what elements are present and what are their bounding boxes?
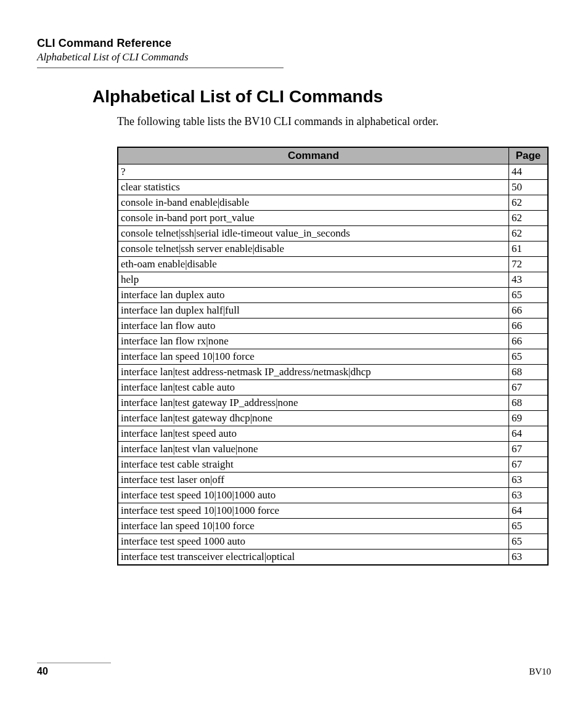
command-cell: interface test laser on|off bbox=[118, 473, 509, 488]
page-number: 40 bbox=[37, 666, 48, 677]
command-cell: interface test cable straight bbox=[118, 457, 509, 473]
page-cell: 66 bbox=[509, 303, 549, 318]
page-footer: 40 BV10 bbox=[37, 662, 551, 677]
command-cell: interface test speed 1000 auto bbox=[118, 534, 509, 550]
command-cell: interface lan duplex auto bbox=[118, 288, 509, 303]
page-cell: 63 bbox=[509, 473, 549, 488]
command-cell: console telnet|ssh server enable|disable bbox=[118, 241, 509, 257]
command-table-wrap: Command Page ?44clear statistics50consol… bbox=[37, 147, 551, 566]
page-cell: 72 bbox=[509, 257, 549, 272]
page-cell: 62 bbox=[509, 211, 549, 226]
table-row: interface lan speed 10|100 force65 bbox=[118, 519, 548, 534]
section-subtitle: Alphabetical List of CLI Commands bbox=[37, 51, 551, 63]
table-header-row: Command Page bbox=[118, 147, 548, 164]
page-cell: 61 bbox=[509, 241, 549, 257]
table-row: ?44 bbox=[118, 164, 548, 180]
command-cell: interface lan duplex half|full bbox=[118, 303, 509, 318]
table-row: interface lan duplex half|full66 bbox=[118, 303, 548, 318]
command-cell: interface lan speed 10|100 force bbox=[118, 519, 509, 534]
command-cell: interface lan flow rx|none bbox=[118, 334, 509, 349]
table-row: console telnet|ssh|serial idle-timeout v… bbox=[118, 226, 548, 241]
command-cell: eth-oam enable|disable bbox=[118, 257, 509, 272]
table-row: interface lan duplex auto65 bbox=[118, 288, 548, 303]
command-cell: interface lan|test address-netmask IP_ad… bbox=[118, 365, 509, 380]
table-row: console in-band port port_value62 bbox=[118, 211, 548, 226]
table-row: help43 bbox=[118, 272, 548, 288]
command-cell: ? bbox=[118, 164, 509, 180]
command-cell: interface lan|test speed auto bbox=[118, 426, 509, 442]
table-row: console in-band enable|disable62 bbox=[118, 195, 548, 211]
page-cell: 69 bbox=[509, 411, 549, 426]
page-cell: 67 bbox=[509, 380, 549, 396]
page-cell: 65 bbox=[509, 519, 549, 534]
table-row: interface test speed 10|100|1000 force64 bbox=[118, 503, 548, 519]
command-table: Command Page ?44clear statistics50consol… bbox=[117, 147, 549, 566]
command-cell: interface test transceiver electrical|op… bbox=[118, 550, 509, 566]
table-row: interface lan|test gateway IP_address|no… bbox=[118, 396, 548, 411]
table-row: interface lan|test speed auto64 bbox=[118, 426, 548, 442]
table-row: clear statistics50 bbox=[118, 180, 548, 195]
command-cell: clear statistics bbox=[118, 180, 509, 195]
page-cell: 63 bbox=[509, 488, 549, 503]
table-row: eth-oam enable|disable72 bbox=[118, 257, 548, 272]
command-cell: interface lan speed 10|100 force bbox=[118, 349, 509, 365]
page-cell: 66 bbox=[509, 318, 549, 334]
table-row: interface test speed 1000 auto65 bbox=[118, 534, 548, 550]
command-cell: interface lan|test gateway dhcp|none bbox=[118, 411, 509, 426]
page-cell: 68 bbox=[509, 396, 549, 411]
header-divider bbox=[37, 67, 284, 68]
table-row: interface lan flow rx|none66 bbox=[118, 334, 548, 349]
page-cell: 67 bbox=[509, 457, 549, 473]
chapter-title: CLI Command Reference bbox=[37, 37, 551, 50]
command-cell: interface lan|test vlan value|none bbox=[118, 442, 509, 457]
table-row: interface lan speed 10|100 force65 bbox=[118, 349, 548, 365]
page-cell: 44 bbox=[509, 164, 549, 180]
command-cell: help bbox=[118, 272, 509, 288]
page-cell: 62 bbox=[509, 226, 549, 241]
table-row: interface test cable straight67 bbox=[118, 457, 548, 473]
command-cell: interface lan flow auto bbox=[118, 318, 509, 334]
intro-paragraph: The following table lists the BV10 CLI c… bbox=[37, 115, 551, 128]
page-cell: 50 bbox=[509, 180, 549, 195]
table-row: interface lan flow auto66 bbox=[118, 318, 548, 334]
footer-divider bbox=[37, 662, 111, 663]
page-cell: 62 bbox=[509, 195, 549, 211]
command-cell: interface test speed 10|100|1000 force bbox=[118, 503, 509, 519]
header-page: Page bbox=[509, 147, 549, 164]
table-row: interface lan|test vlan value|none67 bbox=[118, 442, 548, 457]
table-row: interface test laser on|off63 bbox=[118, 473, 548, 488]
command-cell: console in-band port port_value bbox=[118, 211, 509, 226]
table-row: interface test speed 10|100|1000 auto63 bbox=[118, 488, 548, 503]
section-title: Alphabetical List of CLI Commands bbox=[37, 87, 551, 107]
table-row: interface lan|test gateway dhcp|none69 bbox=[118, 411, 548, 426]
document-id: BV10 bbox=[529, 667, 551, 677]
table-row: console telnet|ssh server enable|disable… bbox=[118, 241, 548, 257]
page-cell: 65 bbox=[509, 349, 549, 365]
page-cell: 64 bbox=[509, 503, 549, 519]
command-cell: console telnet|ssh|serial idle-timeout v… bbox=[118, 226, 509, 241]
command-cell: interface lan|test gateway IP_address|no… bbox=[118, 396, 509, 411]
command-cell: interface test speed 10|100|1000 auto bbox=[118, 488, 509, 503]
page-cell: 67 bbox=[509, 442, 549, 457]
page-header: CLI Command Reference Alphabetical List … bbox=[37, 37, 551, 68]
command-cell: console in-band enable|disable bbox=[118, 195, 509, 211]
page-cell: 63 bbox=[509, 550, 549, 566]
page-cell: 66 bbox=[509, 334, 549, 349]
page-cell: 68 bbox=[509, 365, 549, 380]
page-cell: 64 bbox=[509, 426, 549, 442]
table-row: interface lan|test cable auto67 bbox=[118, 380, 548, 396]
page-cell: 65 bbox=[509, 288, 549, 303]
command-cell: interface lan|test cable auto bbox=[118, 380, 509, 396]
page-cell: 65 bbox=[509, 534, 549, 550]
table-row: interface test transceiver electrical|op… bbox=[118, 550, 548, 566]
header-command: Command bbox=[118, 147, 509, 164]
page-cell: 43 bbox=[509, 272, 549, 288]
table-row: interface lan|test address-netmask IP_ad… bbox=[118, 365, 548, 380]
page: CLI Command Reference Alphabetical List … bbox=[0, 0, 588, 714]
